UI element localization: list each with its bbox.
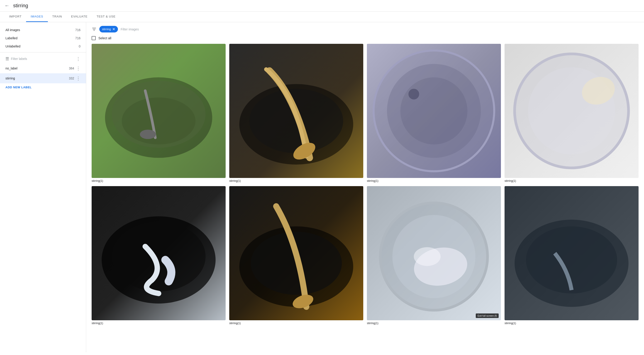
- select-all-row: Select all: [92, 36, 638, 40]
- tooltip-exit-fullscreen: Exit full screen (f): [476, 313, 499, 318]
- svg-point-5: [122, 97, 196, 144]
- sidebar-item-all-images[interactable]: All images 716: [0, 26, 86, 34]
- sidebar-item-count: 716: [75, 28, 80, 32]
- image-card[interactable]: stirring(1): [229, 186, 363, 325]
- sidebar-item-count: 0: [79, 45, 80, 48]
- select-all-checkbox[interactable]: [92, 36, 96, 40]
- label-item-right: 332 ⋮: [69, 76, 80, 81]
- image-label: stirring(1): [92, 179, 226, 182]
- image-card[interactable]: stirring(1): [504, 44, 638, 182]
- svg-point-18: [112, 222, 206, 291]
- back-button[interactable]: ←: [4, 3, 10, 9]
- label-item-stirring[interactable]: stirring 332 ⋮: [0, 73, 86, 83]
- sidebar-item-label: All images: [6, 28, 20, 32]
- page-title: stirring: [13, 3, 28, 9]
- select-all-label: Select all: [98, 36, 111, 40]
- sidebar: All images 716 Labelled 716 Unlabelled 0…: [0, 22, 86, 352]
- image-card[interactable]: stirring(1): [92, 44, 226, 182]
- more-vert-icon[interactable]: ⋮: [76, 56, 80, 62]
- label-count: 384: [69, 67, 74, 70]
- tab-test-use[interactable]: TEST & USE: [92, 12, 120, 22]
- filter-labels-row: ☰ Filter labels ⋮: [0, 54, 86, 63]
- svg-point-6: [140, 130, 156, 139]
- label-item-no_label[interactable]: no_label 384 ⋮: [0, 63, 86, 73]
- label-name: no_label: [6, 67, 18, 70]
- tab-images[interactable]: IMAGES: [26, 12, 48, 22]
- filter-lines-icon: ☰: [6, 56, 9, 61]
- image-card[interactable]: stirring(1): [92, 186, 226, 325]
- image-card[interactable]: Exit full screen (f)stirring(1): [367, 186, 501, 325]
- image-label: stirring(1): [229, 179, 363, 182]
- filter-chip-close-icon[interactable]: ✕: [112, 27, 115, 31]
- image-card[interactable]: stirring(1): [229, 44, 363, 182]
- image-thumbnail[interactable]: [229, 186, 363, 320]
- sidebar-item-label: Labelled: [6, 36, 18, 40]
- image-thumbnail[interactable]: [504, 44, 638, 178]
- filter-icon[interactable]: [92, 27, 96, 32]
- image-label: stirring(1): [504, 179, 638, 182]
- main-layout: All images 716 Labelled 716 Unlabelled 0…: [0, 22, 644, 352]
- svg-point-12: [400, 77, 468, 145]
- sidebar-item-unlabelled[interactable]: Unlabelled 0: [0, 42, 86, 50]
- image-thumbnail[interactable]: [92, 186, 226, 320]
- tab-train[interactable]: TRAIN: [48, 12, 67, 22]
- image-thumbnail[interactable]: [92, 44, 226, 178]
- more-vert-icon[interactable]: ⋮: [76, 76, 80, 81]
- nav-tabs: IMPORTIMAGESTRAINEVALUATETEST & USE: [0, 12, 644, 22]
- svg-point-13: [408, 89, 419, 99]
- sidebar-item-label: Unlabelled: [6, 45, 20, 48]
- image-thumbnail[interactable]: [367, 44, 501, 178]
- sidebar-item-labelled[interactable]: Labelled 716: [0, 34, 86, 42]
- tab-evaluate[interactable]: EVALUATE: [67, 12, 92, 22]
- image-card[interactable]: stirring(1): [504, 186, 638, 325]
- add-new-label-button[interactable]: ADD NEW LABEL: [0, 83, 86, 91]
- image-label: stirring(1): [504, 322, 638, 325]
- svg-point-25: [414, 247, 440, 266]
- image-thumbnail[interactable]: [504, 186, 638, 320]
- content-area: stirring ✕ Filter images Select all stir…: [86, 22, 644, 352]
- label-item-right: 384 ⋮: [69, 66, 80, 71]
- filter-images-input[interactable]: Filter images: [121, 28, 139, 31]
- image-label: stirring(1): [367, 322, 501, 325]
- image-label: stirring(1): [229, 322, 363, 325]
- image-thumbnail[interactable]: Exit full screen (f): [367, 186, 501, 320]
- label-name: stirring: [6, 77, 15, 80]
- sidebar-item-count: 716: [75, 36, 80, 40]
- filter-chip-label: stirring: [102, 28, 111, 31]
- filter-labels-placeholder[interactable]: Filter labels: [11, 57, 74, 61]
- label-count: 332: [69, 77, 74, 80]
- filter-chip-stirring[interactable]: stirring ✕: [99, 26, 118, 33]
- image-label: stirring(1): [92, 322, 226, 325]
- tab-import[interactable]: IMPORT: [4, 12, 26, 22]
- image-thumbnail[interactable]: [229, 44, 363, 178]
- more-vert-icon[interactable]: ⋮: [76, 66, 80, 71]
- image-label: stirring(1): [367, 179, 501, 182]
- image-grid: stirring(1) stirring(1) stirring(1) stir…: [92, 44, 638, 325]
- filter-bar: stirring ✕ Filter images: [92, 26, 638, 33]
- image-card[interactable]: stirring(1): [367, 44, 501, 182]
- header: ← stirring: [0, 0, 644, 12]
